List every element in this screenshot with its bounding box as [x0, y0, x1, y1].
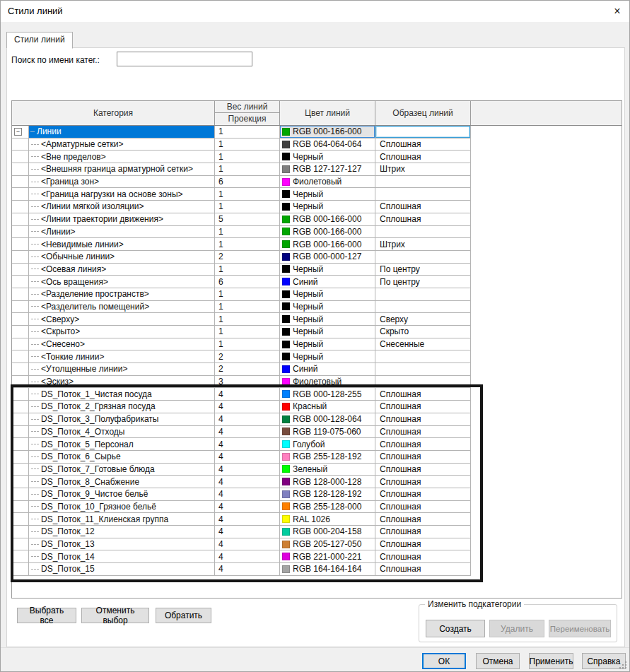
- color-cell[interactable]: RGB 205-127-050: [280, 538, 375, 551]
- category-cell[interactable]: <Ось вращения>: [29, 276, 215, 288]
- category-cell[interactable]: DS_Поток_6_Сырье: [29, 451, 215, 464]
- pattern-cell[interactable]: Сплошная: [375, 438, 471, 451]
- color-cell[interactable]: Черный: [280, 326, 375, 338]
- pattern-cell[interactable]: Сплошная: [375, 201, 471, 213]
- invert-button[interactable]: Обратить: [156, 608, 211, 623]
- table-row[interactable]: − DS_Поток_2_Грязная посуда 4 Красный Сп…: [12, 401, 471, 413]
- color-cell[interactable]: RAL 1026: [280, 513, 375, 526]
- weight-cell[interactable]: 1: [215, 288, 280, 301]
- color-cell[interactable]: Синий: [280, 363, 375, 376]
- color-cell[interactable]: Черный: [280, 313, 375, 326]
- weight-cell[interactable]: 4: [215, 476, 280, 488]
- weight-cell[interactable]: 4: [215, 451, 280, 464]
- color-cell[interactable]: Голубой: [280, 438, 375, 451]
- weight-cell[interactable]: 4: [215, 526, 280, 538]
- close-icon[interactable]: ×: [609, 4, 625, 18]
- category-cell[interactable]: DS_Поток_3_Полуфабрикаты: [29, 413, 215, 426]
- weight-cell[interactable]: 1: [215, 151, 280, 163]
- weight-cell[interactable]: 4: [215, 538, 280, 551]
- weight-cell[interactable]: 1: [215, 338, 280, 351]
- weight-cell[interactable]: 4: [215, 388, 280, 401]
- table-row[interactable]: − DS_Поток_4_Отходы 4 RGB 119-075-060 Сп…: [12, 426, 471, 439]
- pattern-cell[interactable]: [375, 226, 471, 239]
- weight-cell[interactable]: 4: [215, 401, 280, 413]
- table-row[interactable]: − <Сверху> 1 Черный Сверху: [12, 313, 471, 326]
- category-cell[interactable]: DS_Поток_13: [29, 538, 215, 551]
- weight-cell[interactable]: 1: [215, 226, 280, 239]
- table-row[interactable]: − DS_Поток_9_Чистое бельё 4 RGB 128-128-…: [12, 488, 471, 501]
- color-cell[interactable]: Черный: [280, 301, 375, 314]
- category-cell[interactable]: <Арматурные сетки>: [29, 138, 215, 151]
- pattern-cell[interactable]: [375, 376, 471, 389]
- table-row[interactable]: − Линии 1 RGB 000-166-000: [12, 126, 471, 138]
- weight-cell[interactable]: 3: [215, 376, 280, 389]
- color-cell[interactable]: Черный: [280, 350, 375, 363]
- category-cell[interactable]: <Невидимые линии>: [29, 238, 215, 251]
- category-cell[interactable]: <Линии траектории движения>: [29, 213, 215, 226]
- table-row[interactable]: − DS_Поток_6_Сырье 4 RGB 255-128-192 Спл…: [12, 451, 471, 464]
- weight-cell[interactable]: 1: [215, 126, 280, 138]
- table-row[interactable]: − <Внешняя граница арматурной сетки> 1 R…: [12, 163, 471, 176]
- pattern-cell[interactable]: [375, 188, 471, 201]
- table-row[interactable]: − DS_Поток_12 4 RGB 000-204-158 Сплошная: [12, 526, 471, 538]
- pattern-cell[interactable]: Штрих: [375, 238, 471, 251]
- table-row[interactable]: − <Арматурные сетки> 1 RGB 064-064-064 С…: [12, 138, 471, 151]
- color-cell[interactable]: RGB 000-000-127: [280, 251, 375, 264]
- table-row[interactable]: − <Линии> 1 RGB 000-166-000: [12, 226, 471, 239]
- weight-cell[interactable]: 2: [215, 350, 280, 363]
- apply-button[interactable]: Применить: [529, 653, 573, 669]
- pattern-cell[interactable]: По центру: [375, 276, 471, 288]
- category-cell[interactable]: <Обычные линии>: [29, 251, 215, 264]
- category-cell[interactable]: DS_Поток_11_Клиенская группа: [29, 513, 215, 526]
- weight-cell[interactable]: 6: [215, 176, 280, 189]
- color-cell[interactable]: RGB 000-166-000: [280, 213, 375, 226]
- category-cell[interactable]: <Внешняя граница арматурной сетки>: [29, 163, 215, 176]
- pattern-cell[interactable]: По центру: [375, 264, 471, 276]
- pattern-cell[interactable]: Сплошная: [375, 526, 471, 538]
- pattern-cell[interactable]: Сплошная: [375, 464, 471, 476]
- category-cell[interactable]: DS_Поток_14: [29, 550, 215, 563]
- pattern-cell[interactable]: Сплошная: [375, 488, 471, 501]
- category-cell[interactable]: DS_Поток_1_Чистая посуда: [29, 388, 215, 401]
- category-cell[interactable]: <Граница зон>: [29, 176, 215, 189]
- category-cell[interactable]: DS_Поток_8_Снабжение: [29, 476, 215, 488]
- color-cell[interactable]: Черный: [280, 288, 375, 301]
- pattern-cell[interactable]: Сплошная: [375, 388, 471, 401]
- pattern-cell[interactable]: Снесенные: [375, 338, 471, 351]
- weight-cell[interactable]: 2: [215, 251, 280, 264]
- table-row[interactable]: − DS_Поток_13 4 RGB 205-127-050 Сплошная: [12, 538, 471, 551]
- table-row[interactable]: − <Снесено> 1 Черный Снесенные: [12, 338, 471, 351]
- category-cell[interactable]: Линии: [29, 126, 215, 138]
- color-cell[interactable]: RGB 000-166-000: [280, 226, 375, 239]
- weight-cell[interactable]: 1: [215, 264, 280, 276]
- pattern-cell[interactable]: Сплошная: [375, 476, 471, 488]
- category-cell[interactable]: <Скрыто>: [29, 326, 215, 338]
- cancel-button[interactable]: Отмена: [476, 653, 520, 669]
- table-row[interactable]: − DS_Поток_1_Чистая посуда 4 RGB 000-128…: [12, 388, 471, 401]
- category-cell[interactable]: DS_Поток_4_Отходы: [29, 426, 215, 439]
- table-row[interactable]: − <Осевая линия> 1 Черный По центру: [12, 264, 471, 276]
- table-row[interactable]: − <Ось вращения> 6 Синий По центру: [12, 276, 471, 288]
- weight-cell[interactable]: 1: [215, 238, 280, 251]
- color-cell[interactable]: Черный: [280, 151, 375, 163]
- collapse-icon[interactable]: −: [14, 128, 22, 136]
- color-cell[interactable]: Черный: [280, 338, 375, 351]
- color-cell[interactable]: Черный: [280, 201, 375, 213]
- table-row[interactable]: − <Тонкие линии> 2 Черный: [12, 350, 471, 363]
- category-cell[interactable]: <Осевая линия>: [29, 264, 215, 276]
- weight-cell[interactable]: 4: [215, 550, 280, 563]
- weight-cell[interactable]: 4: [215, 464, 280, 476]
- table-row[interactable]: − DS_Поток_3_Полуфабрикаты 4 RGB 000-128…: [12, 413, 471, 426]
- table-row[interactable]: − DS_Поток_14 4 RGB 221-000-221 Сплошная: [12, 550, 471, 563]
- color-cell[interactable]: RGB 128-128-192: [280, 488, 375, 501]
- pattern-cell[interactable]: [375, 176, 471, 189]
- table-row[interactable]: − <Скрыто> 1 Черный Скрыто: [12, 326, 471, 338]
- color-cell[interactable]: Черный: [280, 188, 375, 201]
- pattern-cell[interactable]: Сплошная: [375, 426, 471, 439]
- color-cell[interactable]: RGB 064-064-064: [280, 138, 375, 151]
- table-row[interactable]: − <Разделитель помещений> 1 Черный: [12, 301, 471, 314]
- ok-button[interactable]: ОК: [422, 653, 466, 669]
- pattern-cell[interactable]: Сплошная: [375, 413, 471, 426]
- pattern-cell[interactable]: Сплошная: [375, 538, 471, 551]
- category-cell[interactable]: DS_Поток_15: [29, 563, 215, 576]
